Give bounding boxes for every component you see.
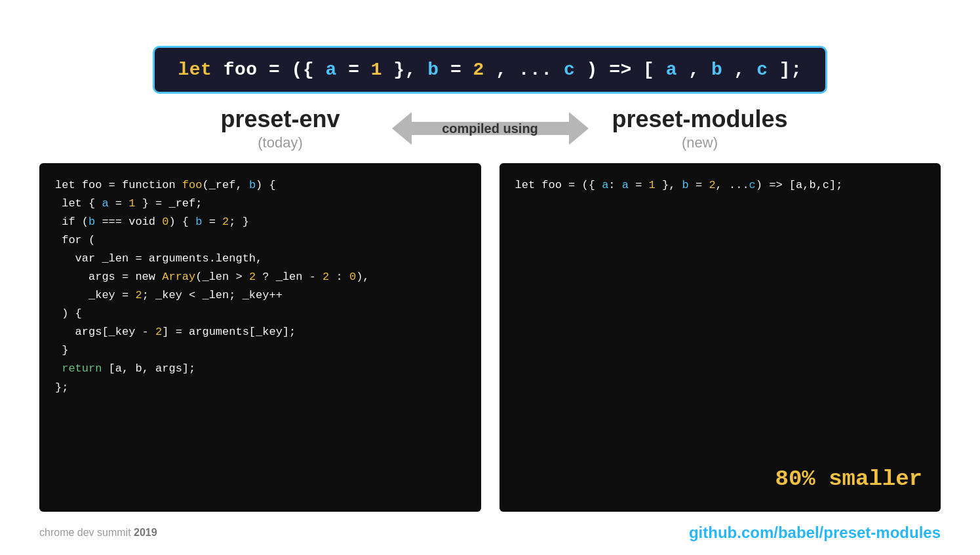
- middle-section: preset-env (today) compiled using preset…: [39, 105, 941, 151]
- code-eq2: =: [450, 60, 473, 80]
- left-line-3: if (b === void 0) { b = 2; }: [55, 213, 465, 231]
- left-line-11: return [a, b, args];: [55, 360, 465, 378]
- footer-year: 2019: [134, 527, 157, 538]
- left-line-9: args[_key - 2] = arguments[_key];: [55, 323, 465, 341]
- left-line-7: _key = 2; _key < _len; _key++: [55, 286, 465, 305]
- footer: chrome dev summit 2019 github.com/babel/…: [39, 518, 941, 542]
- left-line-12: };: [55, 379, 465, 397]
- left-line-2: let { a = 1 } = _ref;: [55, 195, 465, 213]
- code-arr-c: c: [756, 60, 768, 80]
- left-code-panel: let foo = function foo(_ref, b) { let { …: [39, 163, 481, 512]
- preset-env-label: preset-env (today): [176, 105, 385, 151]
- code-semicolon: ];: [779, 60, 802, 80]
- left-line-8: ) {: [55, 305, 465, 323]
- left-line-4: for (: [55, 231, 465, 250]
- right-code-panel: let foo = ({ a: a = 1 }, b = 2, ...c) =>…: [500, 163, 941, 512]
- footer-brand: chrome dev summit 2019: [39, 527, 157, 539]
- bottom-panels: let foo = function foo(_ref, b) { let { …: [39, 163, 941, 512]
- code-param-b: b: [427, 60, 439, 80]
- code-rest: , ...: [496, 60, 553, 80]
- top-code: let foo = ({ a = 1 }, b = 2 , ... c ) =>…: [178, 60, 802, 80]
- left-line-6: args = new Array(_len > 2 ? _len - 2 : 0…: [55, 268, 465, 286]
- top-code-box: let foo = ({ a = 1 }, b = 2 , ... c ) =>…: [153, 46, 828, 94]
- code-arr-b: b: [711, 60, 722, 80]
- arrow-container: compiled using: [385, 105, 595, 151]
- code-varname: foo = ({: [224, 60, 326, 80]
- preset-modules-title: preset-modules: [612, 105, 787, 133]
- left-line-5: var _len = arguments.length,: [55, 250, 465, 268]
- code-comma1: },: [393, 60, 427, 80]
- preset-modules-label: preset-modules (new): [595, 105, 805, 151]
- code-arr-comma1: ,: [688, 60, 699, 80]
- code-num-1: 1: [371, 60, 382, 80]
- footer-brand-name: chrome dev summit: [39, 527, 131, 538]
- code-eq1: =: [348, 60, 371, 80]
- code-arrow: ) => [: [587, 60, 655, 80]
- preset-env-subtitle: (today): [258, 134, 302, 151]
- code-num-2: 2: [473, 60, 484, 80]
- code-arr-comma2: ,: [734, 60, 745, 80]
- right-line-1: let foo = ({ a: a = 1 }, b = 2, ...c) =>…: [515, 176, 926, 195]
- slide: let foo = ({ a = 1 }, b = 2 , ... c ) =>…: [0, 0, 980, 555]
- arrow-shape: compiled using: [392, 105, 589, 151]
- code-param-c: c: [564, 60, 575, 80]
- preset-modules-subtitle: (new): [682, 134, 718, 151]
- left-line-1: let foo = function foo(_ref, b) {: [55, 176, 465, 195]
- code-param-a: a: [326, 60, 337, 80]
- footer-link: github.com/babel/preset-modules: [689, 524, 941, 542]
- preset-env-title: preset-env: [220, 105, 340, 133]
- left-line-10: }: [55, 341, 465, 360]
- arrow-label: compiled using: [442, 121, 538, 136]
- code-arr-a: a: [666, 60, 677, 80]
- smaller-badge: 80% smaller: [775, 461, 922, 497]
- code-keyword-let: let: [178, 60, 212, 80]
